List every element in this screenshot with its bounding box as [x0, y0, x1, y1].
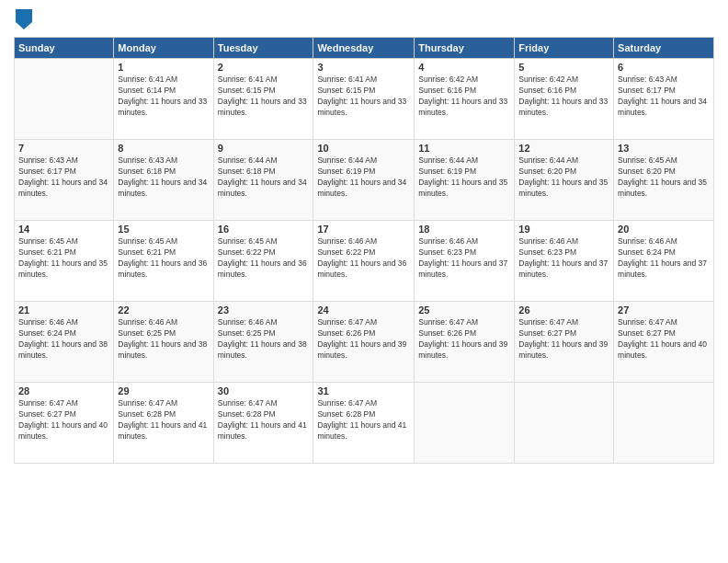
- day-number: 29: [118, 385, 209, 396]
- day-number: 2: [218, 62, 310, 73]
- day-info: Sunrise: 6:47 AMSunset: 6:28 PMDaylight:…: [118, 398, 209, 442]
- day-info: Sunrise: 6:41 AMSunset: 6:15 PMDaylight:…: [218, 75, 310, 119]
- day-cell: 31Sunrise: 6:47 AMSunset: 6:28 PMDayligh…: [313, 383, 415, 464]
- day-info: Sunrise: 6:43 AMSunset: 6:17 PMDaylight:…: [18, 155, 109, 200]
- day-number: 10: [317, 143, 410, 154]
- day-number: 22: [118, 304, 209, 316]
- day-cell: 28Sunrise: 6:47 AMSunset: 6:27 PMDayligh…: [15, 383, 114, 464]
- day-cell: 4Sunrise: 6:42 AMSunset: 6:16 PMDaylight…: [415, 59, 515, 140]
- day-cell: 5Sunrise: 6:42 AMSunset: 6:16 PMDaylight…: [515, 59, 614, 140]
- day-cell: [15, 59, 114, 140]
- day-number: 11: [418, 143, 510, 154]
- day-info: Sunrise: 6:44 AMSunset: 6:20 PMDaylight:…: [518, 155, 609, 200]
- day-number: 9: [218, 143, 310, 154]
- week-row-5: 28Sunrise: 6:47 AMSunset: 6:27 PMDayligh…: [15, 383, 714, 464]
- day-info: Sunrise: 6:41 AMSunset: 6:15 PMDaylight:…: [317, 75, 410, 119]
- day-number: 21: [18, 304, 109, 316]
- day-number: 17: [317, 224, 410, 235]
- week-row-4: 21Sunrise: 6:46 AMSunset: 6:24 PMDayligh…: [15, 302, 714, 383]
- day-info: Sunrise: 6:47 AMSunset: 6:26 PMDaylight:…: [418, 317, 510, 362]
- day-number: 4: [418, 62, 510, 73]
- day-info: Sunrise: 6:47 AMSunset: 6:28 PMDaylight:…: [218, 398, 310, 442]
- day-cell: 11Sunrise: 6:44 AMSunset: 6:19 PMDayligh…: [415, 140, 515, 221]
- day-cell: 16Sunrise: 6:45 AMSunset: 6:22 PMDayligh…: [213, 221, 313, 302]
- day-info: Sunrise: 6:43 AMSunset: 6:17 PMDaylight:…: [618, 75, 710, 119]
- day-info: Sunrise: 6:44 AMSunset: 6:19 PMDaylight:…: [317, 155, 410, 200]
- day-number: 28: [18, 385, 109, 396]
- weekday-wednesday: Wednesday: [313, 38, 415, 59]
- day-number: 16: [218, 224, 310, 235]
- day-cell: 1Sunrise: 6:41 AMSunset: 6:14 PMDaylight…: [114, 59, 213, 140]
- day-cell: 20Sunrise: 6:46 AMSunset: 6:24 PMDayligh…: [614, 221, 714, 302]
- day-cell: 3Sunrise: 6:41 AMSunset: 6:15 PMDaylight…: [313, 59, 415, 140]
- day-number: 6: [618, 62, 710, 73]
- calendar: SundayMondayTuesdayWednesdayThursdayFrid…: [14, 37, 714, 464]
- weekday-tuesday: Tuesday: [213, 38, 313, 59]
- day-info: Sunrise: 6:46 AMSunset: 6:25 PMDaylight:…: [218, 317, 310, 362]
- day-cell: 23Sunrise: 6:46 AMSunset: 6:25 PMDayligh…: [213, 302, 313, 383]
- day-cell: 9Sunrise: 6:44 AMSunset: 6:18 PMDaylight…: [213, 140, 313, 221]
- day-number: 7: [18, 143, 109, 154]
- day-number: 23: [218, 304, 310, 316]
- day-number: 27: [618, 304, 710, 316]
- weekday-sunday: Sunday: [15, 38, 114, 59]
- day-cell: [614, 383, 714, 464]
- week-row-2: 7Sunrise: 6:43 AMSunset: 6:17 PMDaylight…: [15, 140, 714, 221]
- day-info: Sunrise: 6:46 AMSunset: 6:23 PMDaylight:…: [418, 236, 510, 281]
- day-number: 18: [418, 224, 510, 235]
- day-number: 1: [118, 62, 209, 73]
- day-info: Sunrise: 6:46 AMSunset: 6:22 PMDaylight:…: [317, 236, 410, 281]
- day-info: Sunrise: 6:45 AMSunset: 6:21 PMDaylight:…: [18, 236, 109, 281]
- day-info: Sunrise: 6:45 AMSunset: 6:21 PMDaylight:…: [118, 236, 209, 281]
- day-cell: 8Sunrise: 6:43 AMSunset: 6:18 PMDaylight…: [114, 140, 213, 221]
- day-cell: 7Sunrise: 6:43 AMSunset: 6:17 PMDaylight…: [15, 140, 114, 221]
- day-cell: 22Sunrise: 6:46 AMSunset: 6:25 PMDayligh…: [114, 302, 213, 383]
- weekday-monday: Monday: [114, 38, 213, 59]
- day-cell: 19Sunrise: 6:46 AMSunset: 6:23 PMDayligh…: [515, 221, 614, 302]
- svg-marker-0: [16, 9, 32, 29]
- day-info: Sunrise: 6:46 AMSunset: 6:23 PMDaylight:…: [518, 236, 609, 281]
- day-cell: 13Sunrise: 6:45 AMSunset: 6:20 PMDayligh…: [614, 140, 714, 221]
- day-cell: 21Sunrise: 6:46 AMSunset: 6:24 PMDayligh…: [15, 302, 114, 383]
- day-info: Sunrise: 6:44 AMSunset: 6:19 PMDaylight:…: [418, 155, 510, 200]
- weekday-saturday: Saturday: [614, 38, 714, 59]
- day-number: 20: [618, 224, 710, 235]
- day-number: 30: [218, 385, 310, 396]
- day-cell: [515, 383, 614, 464]
- day-number: 5: [518, 62, 609, 73]
- weekday-thursday: Thursday: [415, 38, 515, 59]
- day-number: 24: [317, 304, 410, 316]
- weekday-friday: Friday: [515, 38, 614, 59]
- logo-icon: [16, 9, 32, 29]
- day-cell: 6Sunrise: 6:43 AMSunset: 6:17 PMDaylight…: [614, 59, 714, 140]
- day-number: 12: [518, 143, 609, 154]
- day-info: Sunrise: 6:44 AMSunset: 6:18 PMDaylight:…: [218, 155, 310, 200]
- day-cell: 26Sunrise: 6:47 AMSunset: 6:27 PMDayligh…: [515, 302, 614, 383]
- day-info: Sunrise: 6:41 AMSunset: 6:14 PMDaylight:…: [118, 75, 209, 119]
- day-info: Sunrise: 6:46 AMSunset: 6:25 PMDaylight:…: [118, 317, 209, 362]
- day-info: Sunrise: 6:46 AMSunset: 6:24 PMDaylight:…: [18, 317, 109, 362]
- day-cell: 17Sunrise: 6:46 AMSunset: 6:22 PMDayligh…: [313, 221, 415, 302]
- day-number: 8: [118, 143, 209, 154]
- day-info: Sunrise: 6:42 AMSunset: 6:16 PMDaylight:…: [418, 75, 510, 119]
- day-info: Sunrise: 6:45 AMSunset: 6:22 PMDaylight:…: [218, 236, 310, 281]
- day-info: Sunrise: 6:42 AMSunset: 6:16 PMDaylight:…: [518, 75, 609, 119]
- day-cell: [415, 383, 515, 464]
- day-info: Sunrise: 6:46 AMSunset: 6:24 PMDaylight:…: [618, 236, 710, 281]
- day-cell: 2Sunrise: 6:41 AMSunset: 6:15 PMDaylight…: [213, 59, 313, 140]
- day-number: 13: [618, 143, 710, 154]
- day-cell: 30Sunrise: 6:47 AMSunset: 6:28 PMDayligh…: [213, 383, 313, 464]
- day-info: Sunrise: 6:43 AMSunset: 6:18 PMDaylight:…: [118, 155, 209, 200]
- day-cell: 25Sunrise: 6:47 AMSunset: 6:26 PMDayligh…: [415, 302, 515, 383]
- day-cell: 24Sunrise: 6:47 AMSunset: 6:26 PMDayligh…: [313, 302, 415, 383]
- day-cell: 15Sunrise: 6:45 AMSunset: 6:21 PMDayligh…: [114, 221, 213, 302]
- page: SundayMondayTuesdayWednesdayThursdayFrid…: [0, 0, 728, 563]
- day-info: Sunrise: 6:47 AMSunset: 6:27 PMDaylight:…: [18, 398, 109, 442]
- day-cell: 29Sunrise: 6:47 AMSunset: 6:28 PMDayligh…: [114, 383, 213, 464]
- day-number: 31: [317, 385, 410, 396]
- day-number: 26: [518, 304, 609, 316]
- week-row-1: 1Sunrise: 6:41 AMSunset: 6:14 PMDaylight…: [15, 59, 714, 140]
- weekday-header-row: SundayMondayTuesdayWednesdayThursdayFrid…: [15, 38, 714, 59]
- day-number: 14: [18, 224, 109, 235]
- day-number: 25: [418, 304, 510, 316]
